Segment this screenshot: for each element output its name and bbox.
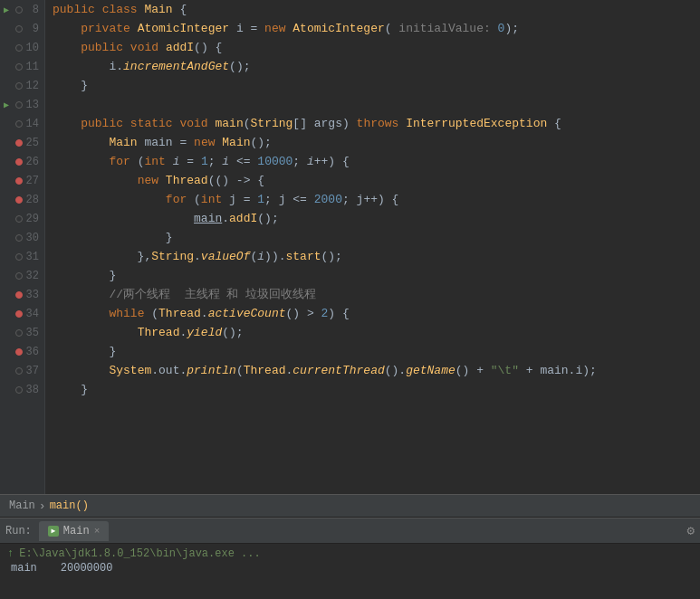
run-indicator-13: ▶: [0, 100, 13, 110]
code-line-35: Thread.yield();: [53, 323, 700, 342]
gutter-row-29: 29: [0, 209, 44, 228]
run-cmd-row: ↑ E:\Java\jdk1.8.0_152\bin\java.exe ...: [7, 547, 693, 560]
line-num-27: 27: [25, 175, 44, 187]
code-container: ▶ 8 9 10 11: [0, 0, 700, 494]
breakpoint-12[interactable]: [13, 82, 25, 90]
breakpoint-25[interactable]: [13, 139, 25, 147]
code-line-38: }: [53, 380, 700, 399]
run-label: Run:: [5, 525, 32, 537]
code-line-34: while (Thread.activeCount() > 2) {: [53, 304, 700, 323]
line-num-33: 33: [25, 289, 44, 301]
code-line-13: [53, 95, 700, 114]
gutter-row-25: 25: [0, 133, 44, 152]
line-num-35: 35: [25, 327, 44, 339]
breakpoint-35[interactable]: [13, 329, 25, 337]
breakpoint-9[interactable]: [13, 25, 25, 33]
run-command-text: E:\Java\jdk1.8.0_152\bin\java.exe ...: [19, 547, 260, 560]
line-num-37: 37: [25, 365, 44, 377]
line-num-12: 12: [25, 80, 44, 92]
code-line-25: Main main = new Main();: [53, 133, 700, 152]
code-line-32: }: [53, 266, 700, 285]
breadcrumb-separator: ›: [39, 499, 46, 513]
breakpoint-33[interactable]: [13, 291, 25, 299]
code-line-30: }: [53, 228, 700, 247]
code-line-33: //两个线程 主线程 和 垃圾回收线程: [53, 285, 700, 304]
line-num-34: 34: [25, 308, 44, 320]
line-num-10: 10: [25, 42, 44, 54]
line-num-28: 28: [25, 194, 44, 206]
line-num-11: 11: [25, 61, 44, 73]
breakpoint-31[interactable]: [13, 253, 25, 261]
breakpoint-27[interactable]: [13, 177, 25, 185]
breakpoint-13[interactable]: [13, 101, 25, 109]
line-num-30: 30: [25, 232, 44, 244]
gutter-row-28: 28: [0, 190, 44, 209]
gutter-row-27: 27: [0, 171, 44, 190]
line-num-9: 9: [25, 23, 44, 35]
gear-icon[interactable]: ⚙: [687, 523, 695, 538]
breakpoint-36[interactable]: [13, 348, 25, 356]
breakpoint-30[interactable]: [13, 234, 25, 242]
breakpoint-10[interactable]: [13, 44, 25, 52]
breadcrumb-bar: Main › main(): [0, 494, 700, 518]
gutter-row-34: 34: [0, 304, 44, 323]
breakpoint-29[interactable]: [13, 215, 25, 223]
breakpoint-14[interactable]: [13, 120, 25, 128]
gutter-row-33: 33: [0, 285, 44, 304]
run-output-row: main 20000000: [7, 562, 693, 575]
line-num-38: 38: [25, 384, 44, 396]
breakpoint-26[interactable]: [13, 158, 25, 166]
gutter-row-32: 32: [0, 266, 44, 285]
run-tab-bar: Run: ▶ Main × ⚙: [0, 518, 700, 544]
gutter-row-9: 9: [0, 19, 44, 38]
gutter-row-31: 31: [0, 247, 44, 266]
breakpoint-34[interactable]: [13, 310, 25, 318]
line-num-31: 31: [25, 251, 44, 263]
code-line-11: i.incrementAndGet();: [53, 57, 700, 76]
code-line-26: for (int i = 1; i <= 10000; i++) {: [53, 152, 700, 171]
run-tab-close-button[interactable]: ×: [94, 526, 101, 537]
gutter-row-38: 38: [0, 380, 44, 399]
breakpoint-37[interactable]: [13, 367, 25, 375]
run-output-value: 20000000: [61, 562, 113, 575]
line-num-26: 26: [25, 156, 44, 168]
breakpoint-28[interactable]: [13, 196, 25, 204]
run-tab-main[interactable]: ▶ Main ×: [39, 521, 109, 541]
line-num-32: 32: [25, 270, 44, 282]
run-indicator-8: ▶: [0, 5, 13, 15]
gutter-row-36: 36: [0, 342, 44, 361]
breakpoint-32[interactable]: [13, 272, 25, 280]
run-panel: Run: ▶ Main × ⚙ ↑ E:\Java\jdk1.8.0_152\b…: [0, 518, 700, 599]
breadcrumb-class: Main: [9, 499, 35, 512]
code-line-36: }: [53, 342, 700, 361]
code-line-12: }: [53, 76, 700, 95]
breakpoint-38[interactable]: [13, 386, 25, 394]
line-num-14: 14: [25, 118, 44, 130]
editor-area: ▶ 8 9 10 11: [0, 0, 700, 518]
gutter-row-8: ▶ 8: [0, 0, 44, 19]
run-output-label: main: [11, 562, 37, 575]
line-num-36: 36: [25, 346, 44, 358]
gutter-row-30: 30: [0, 228, 44, 247]
line-num-29: 29: [25, 213, 44, 225]
run-tab-icon: ▶: [48, 526, 59, 537]
line-num-25: 25: [25, 137, 44, 149]
line-num-8: 8: [25, 4, 44, 16]
code-line-10: public void addI() {: [53, 38, 700, 57]
gutter-row-26: 26: [0, 152, 44, 171]
code-line-8: public class Main {: [53, 0, 700, 19]
breakpoint-8[interactable]: [13, 6, 25, 14]
gutter-row-13: ▶ 13: [0, 95, 44, 114]
gutter-row-35: 35: [0, 323, 44, 342]
code-line-14: public static void main(String[] args) t…: [53, 114, 700, 133]
line-gutter: ▶ 8 9 10 11: [0, 0, 45, 494]
breakpoint-11[interactable]: [13, 63, 25, 71]
code-line-27: new Thread(() -> {: [53, 171, 700, 190]
gutter-row-11: 11: [0, 57, 44, 76]
gutter-row-10: 10: [0, 38, 44, 57]
code-line-29: main.addI();: [53, 209, 700, 228]
code-line-31: },String.valueOf(i)).start();: [53, 247, 700, 266]
code-line-28: for (int j = 1; j <= 2000; j++) {: [53, 190, 700, 209]
code-line-9: private AtomicInteger i = new AtomicInte…: [53, 19, 700, 38]
code-lines: public class Main { private AtomicIntege…: [45, 0, 700, 494]
